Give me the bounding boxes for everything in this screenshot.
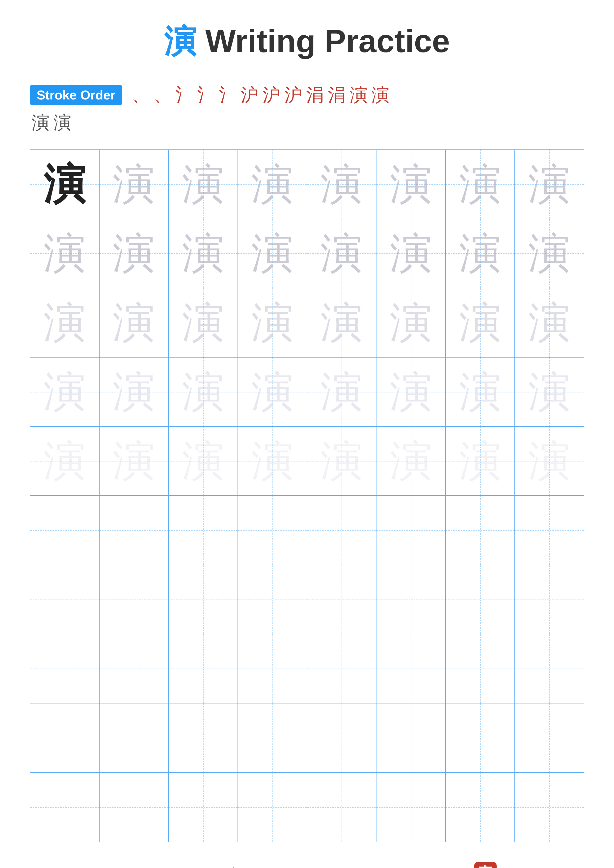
grid-cell-8-3[interactable] [169,634,238,704]
grid-cell-2-5[interactable]: 演 [307,219,377,288]
grid-cell-6-2[interactable] [99,496,169,565]
grid-cell-4-2[interactable]: 演 [99,358,169,427]
grid-cell-10-2[interactable] [99,773,169,842]
grid-cell-4-3[interactable]: 演 [169,358,238,427]
grid-cell-2-1[interactable]: 演 [30,219,99,288]
grid-cell-8-6[interactable] [376,634,446,704]
grid-row-3: 演 演 演 演 演 演 演 演 [30,288,584,358]
grid-cell-5-3[interactable]: 演 [169,427,238,496]
grid-cell-2-8[interactable]: 演 [515,219,584,288]
grid-cell-6-6[interactable] [376,496,446,565]
grid-cell-4-1[interactable]: 演 [30,358,99,427]
grid-cell-3-6[interactable]: 演 [376,288,446,358]
grid-cell-2-4[interactable]: 演 [238,219,307,288]
grid-cell-6-3[interactable] [169,496,238,565]
stroke-chars: 、 、 氵 氵 氵 沪 沪 沪 涓 涓 演 演 [130,83,391,107]
grid-cell-10-3[interactable] [169,773,238,842]
grid-cell-9-1[interactable] [30,704,99,773]
grid-cell-7-3[interactable] [169,565,238,634]
stroke-s1: 、 [132,83,149,107]
grid-cell-2-2[interactable]: 演 [99,219,169,288]
grid-cell-7-1[interactable] [30,565,99,634]
grid-cell-8-8[interactable] [515,634,584,704]
stroke-s7: 沪 [263,83,280,107]
grid-cell-4-7[interactable]: 演 [446,358,515,427]
grid-cell-7-6[interactable] [376,565,446,634]
grid-cell-1-2[interactable]: 演 [99,150,169,219]
grid-cell-6-5[interactable] [307,496,377,565]
grid-cell-1-1[interactable]: 演 [30,150,99,219]
grid-cell-10-7[interactable] [446,773,515,842]
grid-cell-7-2[interactable] [99,565,169,634]
grid-cell-3-4[interactable]: 演 [238,288,307,358]
grid-row-5: 演 演 演 演 演 演 演 演 [30,427,584,496]
practice-grid: 演 演 演 演 演 演 演 演 演 演 演 演 演 演 演 演 演 演 演 演 … [30,149,584,842]
grid-cell-1-8[interactable]: 演 [515,150,584,219]
grid-cell-7-4[interactable] [238,565,307,634]
grid-cell-10-4[interactable] [238,773,307,842]
grid-cell-3-3[interactable]: 演 [169,288,238,358]
stroke-extra-2: 演 [53,111,72,135]
grid-cell-3-8[interactable]: 演 [515,288,584,358]
grid-cell-1-7[interactable]: 演 [446,150,515,219]
grid-cell-5-6[interactable]: 演 [376,427,446,496]
stroke-s10: 涓 [328,83,346,107]
grid-cell-6-8[interactable] [515,496,584,565]
grid-cell-5-8[interactable]: 演 [515,427,584,496]
grid-cell-4-4[interactable]: 演 [238,358,307,427]
grid-cell-8-5[interactable] [307,634,377,704]
grid-cell-7-7[interactable] [446,565,515,634]
grid-cell-4-8[interactable]: 演 [515,358,584,427]
grid-row-9 [30,704,584,773]
grid-cell-2-7[interactable]: 演 [446,219,515,288]
grid-cell-2-3[interactable]: 演 [169,219,238,288]
stroke-s3: 氵 [176,83,193,107]
grid-cell-6-4[interactable] [238,496,307,565]
grid-cell-9-6[interactable] [376,704,446,773]
grid-cell-5-5[interactable]: 演 [307,427,377,496]
grid-cell-6-1[interactable] [30,496,99,565]
grid-cell-8-4[interactable] [238,634,307,704]
grid-cell-10-5[interactable] [307,773,377,842]
grid-cell-5-1[interactable]: 演 [30,427,99,496]
grid-cell-1-3[interactable]: 演 [169,150,238,219]
grid-cell-10-1[interactable] [30,773,99,842]
grid-cell-1-6[interactable]: 演 [376,150,446,219]
grid-cell-4-6[interactable]: 演 [376,358,446,427]
grid-cell-9-8[interactable] [515,704,584,773]
stroke-s8: 沪 [284,83,302,107]
footer: https://www.strokeorder.com/chinese/演 字 … [30,857,584,868]
grid-cell-1-5[interactable]: 演 [307,150,377,219]
grid-cell-1-4[interactable]: 演 [238,150,307,219]
grid-cell-6-7[interactable] [446,496,515,565]
grid-cell-9-3[interactable] [169,704,238,773]
stroke-order-extra: 演 演 [30,111,73,135]
stroke-extra-1: 演 [32,111,50,135]
grid-cell-8-2[interactable] [99,634,169,704]
footer-url[interactable]: https://www.strokeorder.com/chinese/演 [30,865,238,868]
grid-cell-10-8[interactable] [515,773,584,842]
grid-cell-2-6[interactable]: 演 [376,219,446,288]
grid-cell-8-7[interactable] [446,634,515,704]
grid-row-6 [30,496,584,565]
grid-cell-3-1[interactable]: 演 [30,288,99,358]
grid-cell-5-2[interactable]: 演 [99,427,169,496]
grid-cell-8-1[interactable] [30,634,99,704]
grid-cell-7-8[interactable] [515,565,584,634]
grid-cell-3-5[interactable]: 演 [307,288,377,358]
stroke-s5: 氵 [219,83,237,107]
grid-cell-4-5[interactable]: 演 [307,358,377,427]
grid-cell-3-2[interactable]: 演 [99,288,169,358]
grid-cell-9-2[interactable] [99,704,169,773]
strokeorder-logo-icon: 字 [474,862,497,868]
grid-cell-9-4[interactable] [238,704,307,773]
grid-cell-5-4[interactable]: 演 [238,427,307,496]
stroke-order-row: Stroke Order 、 、 氵 氵 氵 沪 沪 沪 涓 涓 演 演 [30,83,391,107]
grid-cell-9-7[interactable] [446,704,515,773]
grid-cell-5-7[interactable]: 演 [446,427,515,496]
grid-cell-10-6[interactable] [376,773,446,842]
grid-cell-3-7[interactable]: 演 [446,288,515,358]
grid-cell-7-5[interactable] [307,565,377,634]
grid-row-4: 演 演 演 演 演 演 演 演 [30,358,584,427]
grid-cell-9-5[interactable] [307,704,377,773]
